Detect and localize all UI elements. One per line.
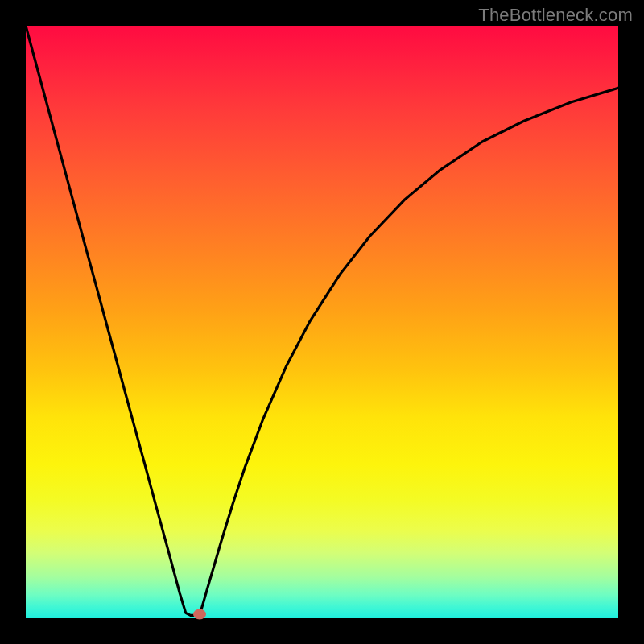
bottleneck-curve bbox=[26, 26, 618, 615]
watermark-text: TheBottleneck.com bbox=[478, 5, 633, 26]
min-marker bbox=[193, 609, 206, 619]
chart-frame: TheBottleneck.com bbox=[0, 0, 644, 644]
plot-area bbox=[26, 26, 618, 618]
curve-svg bbox=[26, 26, 618, 618]
